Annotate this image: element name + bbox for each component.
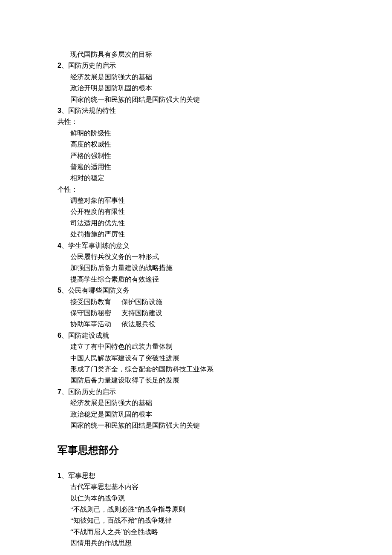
heading-number: 4 <box>58 242 61 249</box>
body-text: 鲜明的阶级性 <box>58 128 334 139</box>
body-text: 以仁为本的战争观 <box>58 493 334 504</box>
numbered-heading: 2、国防历史的启示 <box>58 60 334 71</box>
numbered-heading: 4、学生军事训练的意义 <box>58 240 334 251</box>
numbered-heading: 3、国防法规的特性 <box>58 105 334 116</box>
body-text: 形成了门类齐全，综合配套的国防科技工业体系 <box>58 364 334 375</box>
pair-right: 依法服兵役 <box>121 319 156 330</box>
numbered-heading: 5、公民有哪些国防义务 <box>58 285 334 296</box>
body-text: 国家的统一和民族的团结是国防强大的关键 <box>58 94 334 105</box>
body-text: 古代军事思想基本内容 <box>58 481 334 492</box>
pair-right: 保护国防设施 <box>121 296 162 308</box>
body-text: 调整对象的军事性 <box>58 195 334 206</box>
heading-text: 、军事思想 <box>61 472 95 479</box>
body-text: 处罚措施的严厉性 <box>58 229 334 240</box>
heading-number: 6 <box>58 332 61 339</box>
heading-number: 5 <box>58 287 61 294</box>
body-text: 严格的强制性 <box>58 150 334 161</box>
pair-left: 协助军事活动 <box>70 319 121 330</box>
heading-number: 1 <box>58 472 61 479</box>
section-heading: 军事思想部分 <box>58 442 334 459</box>
heading-number: 7 <box>58 388 61 395</box>
heading-text: 、国防历史的启示 <box>61 388 116 395</box>
body-text: “知彼知已，百战不殆”的战争规律 <box>58 515 334 526</box>
body-text: 普遍的适用性 <box>58 161 334 173</box>
heading-text: 、公民有哪些国防义务 <box>61 287 130 294</box>
body-text: “不战而屈人之兵”的全胜战略 <box>58 526 334 538</box>
heading-text: 、国防法规的特性 <box>61 107 116 114</box>
pair-row: 接受国防教育保护国防设施 <box>58 296 334 308</box>
body-text: 公开程度的有限性 <box>58 206 334 217</box>
heading-number: 3 <box>58 107 61 114</box>
heading-number: 2 <box>58 62 61 69</box>
pair-left: 保守国防秘密 <box>70 308 121 319</box>
subheading: 共性： <box>58 116 334 127</box>
body-text: 公民履行兵役义务的一种形式 <box>58 251 334 262</box>
body-text: 提高学生综合素质的有效途径 <box>58 274 334 285</box>
document-page: 现代国防具有多层次的目标 2、国防历史的启示 经济发展是国防强大的基础 政治开明… <box>0 0 392 555</box>
body-text: 政治开明是国防巩固的根本 <box>58 83 334 94</box>
body-text: 因情用兵的作战思想 <box>58 538 334 549</box>
body-text: 经济发展是国防强大的基础 <box>58 72 334 83</box>
pair-right: 支持国防建设 <box>121 308 162 319</box>
body-text: 政治稳定是国防巩固的根本 <box>58 409 334 420</box>
numbered-heading: 6、国防建设成就 <box>58 330 334 341</box>
body-text: 国防后备力量建设取得了长足的发展 <box>58 375 334 386</box>
pair-left: 接受国防教育 <box>70 296 121 308</box>
heading-text: 、国防历史的启示 <box>61 62 116 69</box>
pair-row: 保守国防秘密支持国防建设 <box>58 308 334 319</box>
heading-text: 、学生军事训练的意义 <box>61 242 130 249</box>
body-text: 加强国防后备力量建设的战略措施 <box>58 262 334 273</box>
body-text: 司法适用的优先性 <box>58 218 334 229</box>
body-text: 现代国防具有多层次的目标 <box>58 49 334 60</box>
body-text: 高度的权威性 <box>58 139 334 150</box>
numbered-heading: 7、国防历史的启示 <box>58 386 334 397</box>
numbered-heading: 1、军事思想 <box>58 470 334 481</box>
heading-text: 、国防建设成就 <box>61 332 109 339</box>
subheading: 个性： <box>58 184 334 195</box>
body-text: 建立了有中国特色的武装力量体制 <box>58 341 334 352</box>
body-text: 中国人民解放军建设有了突破性进展 <box>58 353 334 364</box>
body-text: 国家的统一和民族的团结是国防强大的关键 <box>58 420 334 431</box>
body-text: 相对的稳定 <box>58 173 334 184</box>
body-text: 经济发展是国防强大的基础 <box>58 397 334 408</box>
body-text: “不战则已，战则必胜”的战争指导原则 <box>58 504 334 515</box>
pair-row: 协助军事活动依法服兵役 <box>58 319 334 330</box>
